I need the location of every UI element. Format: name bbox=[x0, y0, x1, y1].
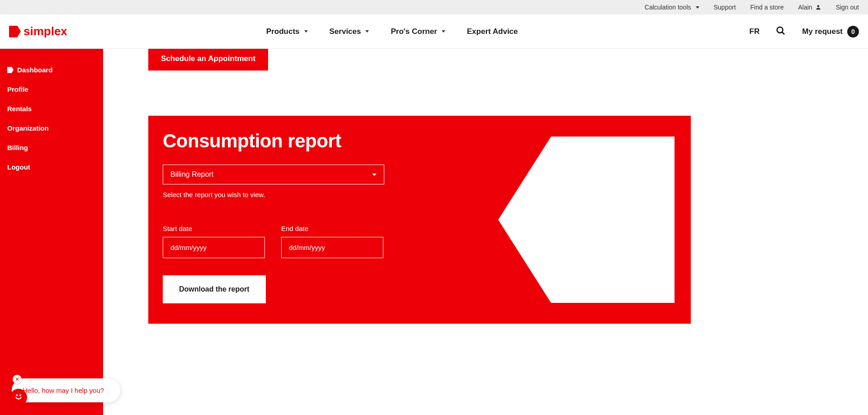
svg-point-4 bbox=[20, 395, 21, 396]
chat-widget: ✕ Hello, how may I help you? bbox=[6, 378, 120, 402]
chat-launcher-button[interactable] bbox=[10, 389, 27, 406]
request-count-badge: 0 bbox=[847, 26, 859, 38]
find-store-link[interactable]: Find a store bbox=[750, 4, 784, 11]
svg-line-2 bbox=[782, 32, 785, 34]
end-date-col: End date bbox=[281, 225, 383, 258]
language-toggle[interactable]: FR bbox=[750, 27, 760, 36]
svg-point-1 bbox=[777, 27, 783, 33]
search-button[interactable] bbox=[776, 26, 786, 38]
sidebar-item-label: Logout bbox=[7, 163, 30, 171]
sidebar-item-dashboard[interactable]: Dashboard bbox=[7, 62, 96, 77]
download-report-button[interactable]: Download the report bbox=[163, 275, 266, 303]
nav-pros-corner[interactable]: Pro's Corner bbox=[391, 27, 445, 36]
chevron-down-icon bbox=[442, 30, 445, 33]
schedule-appointment-button[interactable]: Schedule an Appointment bbox=[148, 49, 268, 71]
chevron-down-icon bbox=[696, 6, 699, 9]
sidebar-item-label: Organization bbox=[7, 124, 49, 132]
sidebar-item-profile[interactable]: Profile bbox=[7, 82, 96, 97]
start-date-input[interactable] bbox=[163, 237, 265, 258]
support-label: Support bbox=[714, 4, 736, 11]
sidebar: Dashboard Profile Rentals Organization B… bbox=[0, 49, 103, 415]
nav-pros-corner-label: Pro's Corner bbox=[391, 27, 437, 36]
nav-expert-advice-label: Expert Advice bbox=[467, 27, 518, 36]
start-date-label: Start date bbox=[163, 225, 265, 232]
sign-out-label: Sign out bbox=[836, 4, 859, 11]
calculation-tools-menu[interactable]: Calculation tools bbox=[645, 4, 699, 11]
sidebar-item-label: Dashboard bbox=[17, 66, 52, 74]
sidebar-item-rentals[interactable]: Rentals bbox=[7, 101, 96, 116]
svg-point-0 bbox=[817, 5, 819, 7]
calculation-tools-label: Calculation tools bbox=[645, 4, 691, 11]
sidebar-item-organization[interactable]: Organization bbox=[7, 121, 96, 136]
sidebar-item-label: Billing bbox=[7, 144, 28, 151]
report-type-select-wrap: Billing Report bbox=[163, 165, 384, 184]
end-date-label: End date bbox=[281, 225, 383, 232]
sidebar-item-billing[interactable]: Billing bbox=[7, 140, 96, 155]
search-icon bbox=[776, 29, 786, 37]
report-type-select[interactable]: Billing Report bbox=[163, 165, 384, 184]
chat-bubble[interactable]: Hello, how may I help you? bbox=[12, 378, 120, 402]
sign-out-link[interactable]: Sign out bbox=[836, 4, 859, 11]
find-store-label: Find a store bbox=[750, 4, 784, 11]
nav-services[interactable]: Services bbox=[330, 27, 369, 36]
tag-icon bbox=[7, 67, 14, 73]
my-request-label: My request bbox=[802, 27, 843, 36]
user-menu[interactable]: Alain bbox=[798, 4, 821, 11]
header-right: FR My request 0 bbox=[750, 26, 859, 38]
user-name: Alain bbox=[798, 4, 812, 11]
consumption-report-panel: Consumption report Billing Report Select… bbox=[148, 116, 691, 324]
logo[interactable]: simplex bbox=[9, 24, 67, 38]
language-label: FR bbox=[750, 27, 760, 36]
chevron-down-icon bbox=[372, 174, 377, 176]
sidebar-item-logout[interactable]: Logout bbox=[7, 160, 96, 174]
my-request-link[interactable]: My request 0 bbox=[802, 26, 859, 38]
report-type-value: Billing Report bbox=[170, 170, 213, 179]
chat-message: Hello, how may I help you? bbox=[23, 387, 104, 394]
logo-mark-icon bbox=[9, 26, 21, 38]
chat-close-button[interactable]: ✕ bbox=[13, 375, 22, 384]
start-date-col: Start date bbox=[163, 225, 265, 258]
arrow-decoration-icon bbox=[498, 137, 675, 303]
main-nav: Products Services Pro's Corner Expert Ad… bbox=[266, 27, 518, 36]
main-content: Schedule an Appointment Consumption repo… bbox=[103, 49, 868, 415]
end-date-input[interactable] bbox=[281, 237, 383, 258]
svg-point-3 bbox=[16, 395, 17, 396]
close-icon: ✕ bbox=[15, 376, 19, 382]
sidebar-item-label: Profile bbox=[7, 85, 28, 93]
chevron-down-icon bbox=[365, 30, 369, 33]
sidebar-item-label: Rentals bbox=[7, 105, 32, 113]
logo-text: simplex bbox=[24, 24, 67, 38]
support-link[interactable]: Support bbox=[714, 4, 736, 11]
main-header: simplex Products Services Pro's Corner E… bbox=[0, 14, 868, 49]
nav-services-label: Services bbox=[330, 27, 361, 36]
top-utility-bar: Calculation tools Support Find a store A… bbox=[0, 0, 868, 14]
user-icon bbox=[815, 4, 821, 10]
chevron-down-icon bbox=[304, 30, 308, 33]
nav-products[interactable]: Products bbox=[266, 27, 308, 36]
nav-products-label: Products bbox=[266, 27, 300, 36]
nav-expert-advice[interactable]: Expert Advice bbox=[467, 27, 518, 36]
smile-icon bbox=[14, 391, 24, 404]
